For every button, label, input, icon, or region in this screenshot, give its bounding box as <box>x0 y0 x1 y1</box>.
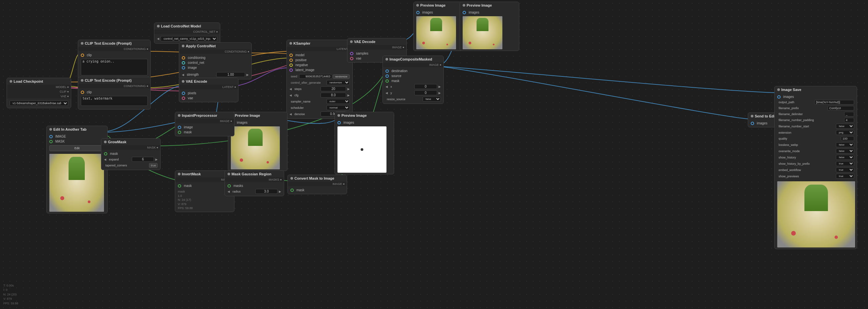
expand-val: 6 <box>132 157 154 162</box>
invert-mask-info: mask1.0N: 24 (17)V: 879FPS: 59.88 <box>178 190 231 210</box>
edit-tab-preview <box>49 154 104 212</box>
clip-text-1-header: CLIP Text Encode (Prompt) <box>78 40 150 47</box>
node-title: Convert Mask to Image <box>294 176 334 180</box>
grow-mask-node: GrowMask MASK ● mask ◀ expand 6 ▶ tapere… <box>101 138 161 170</box>
preview-image-top-right-node: Preview Image images <box>460 2 519 51</box>
load-controlnet-node: Load ControlNet Model CONTROL_NET ● ◀ co… <box>154 23 220 44</box>
show-hist-select[interactable]: false <box>836 155 854 160</box>
icm-x-val: 0 <box>414 84 437 89</box>
preview-tr-header: Preview Image <box>460 2 519 9</box>
ext-select[interactable]: png <box>836 130 854 135</box>
cn-port <box>182 61 185 65</box>
strength-val: 1.00 <box>216 72 245 77</box>
image-save-preview <box>777 181 855 247</box>
scheduler-select[interactable]: normal <box>327 105 350 110</box>
show-prev-select[interactable]: true <box>836 174 854 179</box>
quality-input[interactable] <box>841 136 854 141</box>
node-title: Mask Gaussian Region <box>231 172 271 176</box>
gaussian-header: Mask Gaussian Region <box>225 171 284 177</box>
canvas-area[interactable]: Load Checkpoint MODEL ● CLIP ● VAE ● v1-… <box>0 0 868 309</box>
stat-n: N: 24 (20) <box>3 293 18 297</box>
seed-input[interactable] <box>299 74 332 79</box>
node-title: Preview Image <box>235 113 260 117</box>
filename-padding-input[interactable] <box>844 118 854 123</box>
steps-val: 20 <box>320 87 346 91</box>
cfg-val: 8.0 <box>320 93 346 98</box>
preview-image-mid-node: Preview Image images <box>228 112 287 171</box>
stat-t: T: 0.00s <box>3 283 18 288</box>
prompt-text-1[interactable]: a crying onion.. <box>81 59 148 75</box>
randomize-btn[interactable]: randomize <box>333 74 350 79</box>
lossless-select[interactable]: false <box>836 142 854 147</box>
filename-delim-input[interactable] <box>844 112 854 116</box>
node-title: Load ControlNet Model <box>161 24 201 28</box>
inpaint-preprocessor-node: InpaintPreprocessor IMAGE ● image mask <box>175 112 235 136</box>
stat-i: I: 0 <box>3 288 18 293</box>
radius-val: 3.0 <box>255 189 278 194</box>
apply-controlnet-node: Apply ControlNet CONDITIONING ● conditio… <box>179 42 252 79</box>
load-controlnet-header: Load ControlNet Model <box>154 23 220 29</box>
control-after-select[interactable]: randomize <box>327 80 350 85</box>
edit-button[interactable]: Edit <box>49 145 105 151</box>
edit-tab-header: Edit In Another Tab <box>47 126 107 133</box>
sampler-select[interactable]: euler <box>327 99 350 104</box>
node-title: Image Save <box>781 88 801 92</box>
ckpt-select[interactable]: v1-5dreamshaper_631BakedVae.safetensors <box>10 101 68 106</box>
vae-encode-node: VAE Encode LATENT ● pixels vae <box>179 78 239 102</box>
apply-controlnet-header: Apply ControlNet <box>179 43 251 49</box>
preview-bottom-header: Preview Image <box>335 112 394 119</box>
preview-img-top-right <box>463 16 502 49</box>
clip-text-encode-1-node: CLIP Text Encode (Prompt) CONDITIONING ●… <box>78 40 151 79</box>
embed-wf-select[interactable]: true <box>836 167 854 172</box>
grow-mask-header: GrowMask <box>101 139 160 145</box>
vae-decode-header: VAE Decode <box>347 38 406 45</box>
load-checkpoint-header: Load Checkpoint <box>7 78 71 85</box>
stat-v: V: 879 <box>3 297 18 301</box>
image-save-node: Image Save images output_path filename_p… <box>774 86 857 249</box>
icm-header: ImageCompositeMasked <box>383 56 443 63</box>
node-title: ImageCompositeMasked <box>390 57 432 61</box>
inpaint-header: InpaintPreprocessor <box>175 112 234 119</box>
node-title: CLIP Text Encode (Prompt) <box>85 41 131 45</box>
tapered-corners-val: true <box>149 163 158 168</box>
hist-by-prefix-select[interactable]: true <box>836 161 854 166</box>
node-title: Preview Image <box>420 3 445 7</box>
num-start-select[interactable]: false <box>836 124 854 129</box>
controlnet-select[interactable]: control_net_canny_v11p_sd15_inpaint.pth <box>161 36 217 41</box>
node-title: KSampler <box>293 41 310 45</box>
node-title: Load Checkpoint <box>13 79 43 83</box>
node-title: CLIP Text Encode (Prompt) <box>85 78 131 82</box>
node-title: Preview Image <box>467 3 492 7</box>
node-title: InvertMask <box>182 172 201 176</box>
icm-y-val: 0 <box>414 90 437 95</box>
clip-port-2 <box>81 91 84 94</box>
vae-label-bar: VAE ● <box>7 94 71 99</box>
output-path-input[interactable] <box>814 100 854 105</box>
overwrite-select[interactable]: false <box>836 148 854 153</box>
node-title: InpaintPreprocessor <box>182 113 217 117</box>
node-title: GrowMask <box>108 140 126 144</box>
convert-mask-to-image-node: Convert Mask to Image IMAGE ● mask <box>287 175 347 194</box>
cond-port <box>182 56 185 60</box>
stat-fps: FPS: 59.88 <box>3 301 18 306</box>
ksampler-node: KSampler LATENT ● model positive negativ… <box>286 40 353 119</box>
clip-label-bar: CLIP ● <box>7 89 71 94</box>
mask-gaussian-region-node: Mask Gaussian Region MASKS ● masks ◀ rad… <box>224 170 284 196</box>
preview-img-mid <box>231 126 280 169</box>
convert-mask-header: Convert Mask to Image <box>288 175 347 182</box>
preview-img-top-left <box>416 16 456 49</box>
node-title: Apply ControlNet <box>186 44 216 48</box>
edit-in-another-tab-node: Edit In Another Tab IMAGE MASK Edit <box>46 126 107 213</box>
image-composite-masked-node: ImageCompositeMasked IMAGE ● destination… <box>382 56 444 104</box>
preview-image-bottom-node: Preview Image images <box>335 112 394 174</box>
preview-mid-header: Preview Image <box>228 112 287 119</box>
prompt-text-2[interactable]: text, watermark <box>81 96 148 106</box>
ksampler-header: KSampler <box>287 40 352 47</box>
node-title: Edit In Another Tab <box>53 127 87 131</box>
filename-prefix-input[interactable] <box>828 106 854 110</box>
resize-source-select[interactable]: false <box>423 97 441 102</box>
clip-text-2-header: CLIP Text Encode (Prompt) <box>78 77 150 84</box>
img-port <box>182 66 185 69</box>
node-title: VAE Encode <box>186 79 207 83</box>
node-title: VAE Decode <box>354 40 376 44</box>
